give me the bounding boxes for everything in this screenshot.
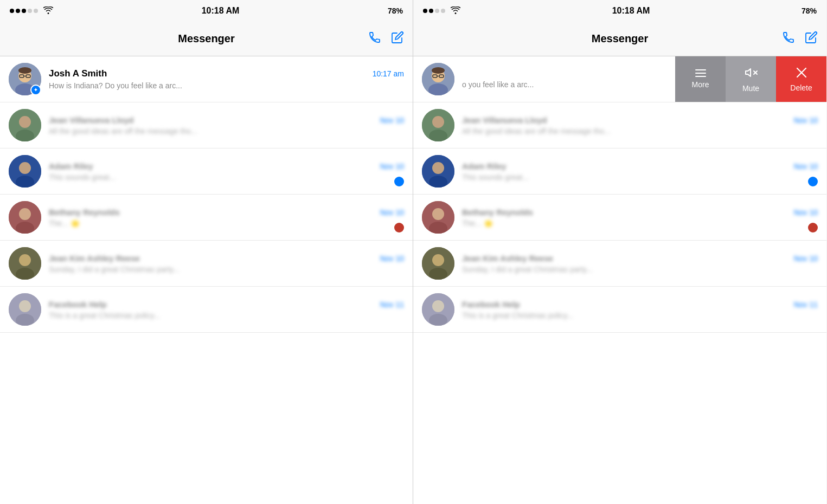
svg-point-11: [19, 162, 31, 174]
hamburger-line-2: [695, 73, 706, 74]
conv-name: Adam Riley: [49, 161, 93, 171]
conv-time: Nov 10: [794, 116, 818, 125]
avatar-image: [422, 201, 454, 234]
conv-preview: How is Indiana? Do you feel like a arc..…: [49, 81, 404, 90]
signal-dot-3: [22, 9, 26, 13]
list-item[interactable]: Facebook Help Nov 11 This is a great Chr…: [0, 287, 413, 333]
nav-bar-right: Messenger: [413, 22, 826, 56]
more-action-button[interactable]: More: [675, 56, 726, 102]
conv-name: Bethany Reynolds: [462, 208, 533, 217]
mute-action-button[interactable]: Mute: [726, 56, 776, 102]
swipe-actions: More Mute: [675, 56, 826, 102]
avatar-image: [422, 293, 454, 326]
list-item[interactable]: 10:17 am o you feel like a arc... More: [413, 56, 826, 102]
avatar-image: [9, 155, 41, 188]
conv-header: Adam Riley Nov 10: [462, 161, 818, 171]
nav-actions-right: [782, 31, 818, 47]
phone-call-icon[interactable]: [368, 31, 381, 47]
signal-dot-4: [28, 9, 32, 13]
avatar: [9, 155, 41, 188]
nav-actions-left: [368, 31, 404, 47]
unread-badge: [808, 223, 818, 232]
conv-time: Nov 10: [380, 208, 404, 217]
svg-point-37: [432, 162, 444, 174]
signal-dot-r4: [441, 9, 445, 13]
phone-call-icon-r[interactable]: [782, 31, 795, 47]
list-item[interactable]: ✦ Josh A Smith 10:17 am How is Indiana? …: [0, 56, 413, 102]
more-label: More: [692, 80, 709, 89]
conv-info: Adam Riley Nov 10 This sounds great...: [49, 161, 404, 182]
conv-header: Jean Kim Ashley Reese Nov 10: [49, 254, 404, 263]
conv-preview: This sounds great...: [462, 173, 818, 182]
conv-header: Jean Villanueva Lloyd Nov 10: [49, 115, 404, 125]
avatar: [422, 109, 454, 141]
list-item[interactable]: Jean Villanueva Lloyd Nov 10 All the goo…: [413, 102, 826, 148]
avatar: [422, 293, 454, 326]
conv-header: Jean Kim Ashley Reese Nov 10: [462, 254, 818, 263]
signal-dot-2: [16, 9, 20, 13]
phone-right: 10:18 AM 78% Messenger: [413, 0, 826, 504]
list-item[interactable]: Adam Riley Nov 10 This sounds great...: [413, 148, 826, 195]
conv-info: Jean Kim Ashley Reese Nov 10 Sunday, I d…: [462, 254, 818, 274]
avatar: [9, 109, 41, 141]
list-item[interactable]: Jean Kim Ashley Reese Nov 10 Sunday, I d…: [0, 241, 413, 287]
hamburger-line-3: [695, 76, 706, 77]
svg-point-3: [18, 67, 31, 74]
delete-action-button[interactable]: Delete: [776, 56, 826, 102]
delete-label: Delete: [790, 83, 812, 92]
list-item[interactable]: Bethany Reynolds Nov 10 The... 🌟: [0, 195, 413, 241]
status-time-left: 10:18 AM: [202, 6, 240, 16]
nav-title-right: Messenger: [592, 33, 649, 45]
conv-preview: This is a great Christmas policy...: [462, 311, 818, 320]
conv-info: Bethany Reynolds Nov 10 The... 🌟: [462, 208, 818, 228]
conv-time: Nov 10: [380, 116, 404, 125]
list-item[interactable]: Facebook Help Nov 11 This is a great Chr…: [413, 287, 826, 333]
avatar-image: [9, 109, 41, 141]
list-item[interactable]: Jean Villanueva Lloyd Nov 10 All the goo…: [0, 102, 413, 148]
conv-preview: This sounds great...: [49, 173, 404, 182]
conv-name: Bethany Reynolds: [49, 208, 120, 217]
conversation-list-right: 10:17 am o you feel like a arc... More: [413, 56, 826, 504]
status-left: [10, 7, 53, 16]
list-item[interactable]: Jean Kim Ashley Reese Nov 10 Sunday, I d…: [413, 241, 826, 287]
list-item[interactable]: Bethany Reynolds Nov 10 The... 🌟: [413, 195, 826, 241]
status-battery-right: 78%: [802, 7, 817, 15]
conv-name: Jean Villanueva Lloyd: [462, 115, 547, 125]
conv-header: Bethany Reynolds Nov 10: [462, 208, 818, 217]
phone-left: 10:18 AM 78% Messenger: [0, 0, 413, 504]
conv-info: Jean Kim Ashley Reese Nov 10 Sunday, I d…: [49, 254, 404, 274]
compose-icon-right[interactable]: [805, 31, 818, 47]
conv-info: Jean Villanueva Lloyd Nov 10 All the goo…: [462, 115, 818, 135]
avatar-image: [422, 247, 454, 280]
conv-preview: Sunday, I did a great Christmas party...: [462, 265, 818, 274]
delete-icon: [796, 67, 807, 80]
hamburger-line-1: [695, 69, 706, 70]
conv-preview: All the good ideas are off the message t…: [49, 127, 404, 135]
more-icon: [695, 69, 706, 77]
status-time-right: 10:18 AM: [612, 6, 650, 16]
svg-point-40: [432, 208, 444, 220]
avatar-image: [422, 109, 454, 141]
conv-header: Facebook Help Nov 11: [462, 300, 818, 309]
conv-preview: The... 🌟: [462, 219, 818, 228]
list-item[interactable]: Adam Riley Nov 10 This sounds great...: [0, 148, 413, 195]
avatar-image: [9, 293, 41, 326]
avatar: ✦: [9, 63, 41, 95]
messenger-badge-icon: ✦: [34, 87, 38, 93]
compose-icon-left[interactable]: [391, 31, 404, 47]
svg-point-34: [432, 116, 444, 128]
avatar: [9, 293, 41, 326]
conv-time: Nov 10: [380, 162, 404, 171]
status-bar-left: 10:18 AM 78%: [0, 0, 413, 22]
conv-info: Adam Riley Nov 10 This sounds great...: [462, 161, 818, 182]
status-bar-right: 10:18 AM 78%: [413, 0, 826, 22]
svg-point-20: [19, 300, 31, 312]
avatar: [422, 247, 454, 280]
signal-dot-r2: [429, 9, 433, 13]
conversation-list-left: ✦ Josh A Smith 10:17 am How is Indiana? …: [0, 56, 413, 504]
conv-info: Bethany Reynolds Nov 10 The... 🌟: [49, 208, 404, 228]
svg-point-17: [19, 254, 31, 266]
signal-dots: [10, 9, 38, 13]
conv-name: Josh A Smith: [49, 68, 107, 79]
avatar: [9, 247, 41, 280]
